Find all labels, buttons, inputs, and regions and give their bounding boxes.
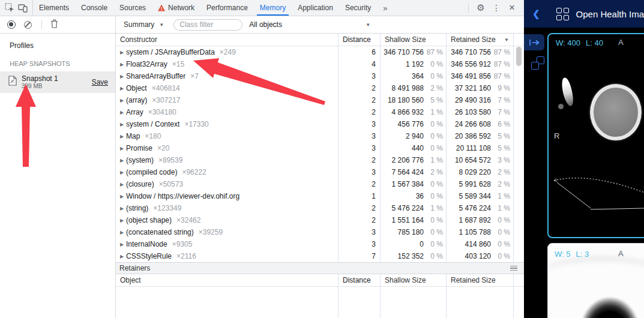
settings-gear-icon[interactable]: ⚙ xyxy=(474,1,488,15)
back-chevron-icon[interactable]: ❮ xyxy=(532,8,540,19)
table-row[interactable]: ▶CSSStyleRule×21167152 3520 %403 1200 % xyxy=(116,250,524,262)
retainers-column-distance[interactable]: Distance xyxy=(339,274,381,286)
table-row[interactable]: ▶system / JSArrayBufferData×2496346 710 … xyxy=(116,46,524,58)
object-filter-select[interactable]: All objects ▼ xyxy=(249,20,373,29)
tab-security[interactable]: Security xyxy=(339,0,377,16)
table-row[interactable]: ▶system / Context×173303456 7760 %24 266… xyxy=(116,118,524,130)
retainers-menu-icon[interactable] xyxy=(510,265,517,272)
constructor-cell: ▶Array×304180 xyxy=(116,106,339,118)
row-expand-icon[interactable]: ▶ xyxy=(118,206,126,211)
tab-elements[interactable]: Elements xyxy=(33,0,75,16)
row-expand-icon[interactable]: ▶ xyxy=(118,230,126,235)
tab-more-tabs[interactable]: » xyxy=(377,0,393,16)
table-row[interactable]: ▶Map×18032 9400 %20 386 5925 % xyxy=(116,130,524,142)
retained-size-cell: 1 105 7880 % xyxy=(447,226,514,238)
ct-viewport-inverted[interactable]: W: 5 L: 3 A xyxy=(547,243,644,318)
row-expand-icon[interactable]: ▶ xyxy=(118,194,126,199)
table-row[interactable]: ▶Float32Array×1541 1920 %346 556 91287 % xyxy=(116,58,524,70)
row-expand-icon[interactable]: ▶ xyxy=(118,134,126,139)
retainers-column-retained-size[interactable]: Retained Size xyxy=(447,274,514,286)
constructor-cell: ▶(concatenated string)×39259 xyxy=(116,226,339,238)
layers-icon[interactable] xyxy=(531,56,544,70)
perspective-select[interactable]: Summary ▼ xyxy=(124,20,164,29)
table-row[interactable]: ▶Object×40681428 491 9882 %37 321 1609 % xyxy=(116,82,524,94)
table-row[interactable]: ▶(array)×307217218 180 5605 %29 490 3167… xyxy=(116,94,524,106)
table-row[interactable]: ▶Promise×2034400 %20 111 1085 % xyxy=(116,142,524,154)
column-header-constructor[interactable]: Constructor xyxy=(116,34,339,46)
shallow-size-percent: 1 % xyxy=(424,204,446,212)
ct-viewport-axial[interactable]: W: 400 L: 40 A R xyxy=(547,33,644,238)
table-row[interactable]: ▶(object shape)×3246221 551 1640 %1 687 … xyxy=(116,214,524,226)
tab-performance[interactable]: Performance xyxy=(200,0,254,16)
table-row[interactable]: ▶SharedArrayBuffer×733640 %346 491 85687… xyxy=(116,70,524,82)
viewer-header: ❮ Open Health Imag xyxy=(524,0,644,28)
tab-memory[interactable]: Memory xyxy=(254,0,292,16)
row-expand-icon[interactable]: ▶ xyxy=(118,98,126,103)
retainers-column-object[interactable]: Object xyxy=(116,274,339,286)
retained-size-percent: 2 % xyxy=(491,168,513,176)
snapshot-list-item[interactable]: Snapshot 1 399 MB Save xyxy=(0,71,115,93)
distance-cell: 2 xyxy=(339,94,381,106)
retained-size-cell: 8 029 2202 % xyxy=(447,166,514,178)
row-expand-icon[interactable]: ▶ xyxy=(118,170,126,175)
row-expand-icon[interactable]: ▶ xyxy=(118,50,126,55)
record-heap-snapshot-icon[interactable] xyxy=(7,20,16,29)
shallow-size-value: 8 491 988 xyxy=(381,84,424,92)
row-expand-icon[interactable]: ▶ xyxy=(118,146,126,151)
ohif-viewer-panel: ❮ Open Health Imag W: 400 L: 40 A R xyxy=(524,0,644,318)
table-row[interactable]: ▶(closure)×5057321 567 3840 %5 991 6282 … xyxy=(116,178,524,190)
constructor-cell: ▶system / Context×17330 xyxy=(116,118,339,130)
distance-cell: 2 xyxy=(339,214,381,226)
retained-size-cell: 10 654 5723 % xyxy=(447,154,514,166)
delete-profile-icon[interactable] xyxy=(50,19,58,31)
row-expand-icon[interactable]: ▶ xyxy=(118,86,126,91)
tab-application[interactable]: Application xyxy=(292,0,339,16)
table-row[interactable]: ▶(string)×12334925 476 2241 %5 476 2241 … xyxy=(116,202,524,214)
row-expand-icon[interactable]: ▶ xyxy=(118,242,126,247)
distance-cell: 3 xyxy=(339,70,381,82)
distance-cell: 3 xyxy=(339,166,381,178)
row-expand-icon[interactable]: ▶ xyxy=(118,62,126,67)
class-filter-input[interactable] xyxy=(173,19,242,31)
save-snapshot-link[interactable]: Save xyxy=(92,78,108,86)
inspect-element-icon[interactable] xyxy=(5,3,14,13)
scrollbar-thumb[interactable] xyxy=(516,47,522,66)
row-expand-icon[interactable]: ▶ xyxy=(118,182,126,187)
row-expand-icon[interactable]: ▶ xyxy=(118,74,126,79)
tab-console[interactable]: Console xyxy=(75,0,113,16)
tab-sources[interactable]: Sources xyxy=(113,0,152,16)
distance-cell: 3 xyxy=(339,238,381,250)
chevron-down-icon: ▼ xyxy=(366,22,370,28)
table-row[interactable]: ▶(system)×8953922 206 7761 %10 654 5723 … xyxy=(116,154,524,166)
table-row[interactable]: ▶Array×30418024 866 9321 %26 103 5807 % xyxy=(116,106,524,118)
retained-size-value: 346 491 856 xyxy=(447,72,491,80)
constructor-name: (string) xyxy=(126,204,148,212)
app-grid-icon[interactable] xyxy=(556,8,569,20)
device-toolbar-icon[interactable] xyxy=(18,3,28,13)
row-expand-icon[interactable]: ▶ xyxy=(118,110,126,115)
close-devtools-icon[interactable]: × xyxy=(505,1,519,15)
column-header-distance[interactable]: Distance xyxy=(339,34,381,46)
table-row[interactable]: ▶(concatenated string)×392593785 1800 %1… xyxy=(116,226,524,238)
shallow-size-cell: 1 1920 % xyxy=(381,58,447,70)
table-row[interactable]: ▶Window / https://viewer-dev.ohif.org136… xyxy=(116,190,524,202)
retainers-column-shallow-size[interactable]: Shallow Size xyxy=(381,274,447,286)
row-expand-icon[interactable]: ▶ xyxy=(118,218,126,223)
memory-toolbar: Summary ▼ All objects ▼ xyxy=(0,16,524,34)
column-header-retained-size[interactable]: Retained Size ▼ xyxy=(447,34,514,46)
clear-profiles-icon[interactable] xyxy=(24,21,32,29)
row-expand-icon[interactable]: ▶ xyxy=(118,158,126,163)
retained-size-value: 29 490 316 xyxy=(447,96,491,104)
row-expand-icon[interactable]: ▶ xyxy=(118,254,126,259)
table-row[interactable]: ▶(compiled code)×9622237 564 4242 %8 029… xyxy=(116,166,524,178)
table-row[interactable]: ▶InternalNode×9305300 %414 8600 % xyxy=(116,238,524,250)
panel-toggle-button[interactable] xyxy=(524,34,544,50)
row-expand-icon[interactable]: ▶ xyxy=(118,122,126,127)
tab-network[interactable]: !Network xyxy=(152,0,200,16)
constructor-name: system / JSArrayBufferData xyxy=(126,48,215,56)
column-header-shallow-size[interactable]: Shallow Size xyxy=(381,34,447,46)
distance-cell: 3 xyxy=(339,130,381,142)
shallow-size-cell: 360 % xyxy=(381,190,447,202)
shallow-size-percent: 1 % xyxy=(424,108,446,116)
kebab-menu-icon[interactable]: ⋮ xyxy=(489,1,504,15)
